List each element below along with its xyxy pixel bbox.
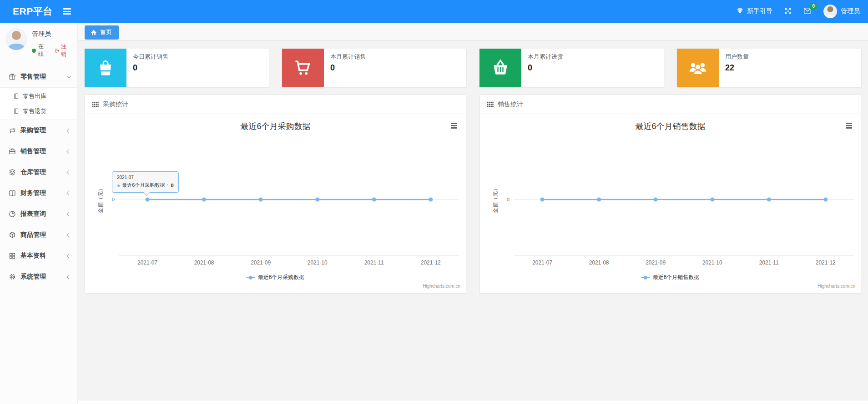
book-icon — [8, 190, 16, 197]
gem-icon — [736, 7, 744, 16]
chart-panels-row: 采购统计 最近6个月采购数据 0 金额（元） 2021-07 2021-08 2… — [85, 95, 861, 294]
legend-label: 最近6个月采购数据 — [258, 274, 305, 281]
user-menu[interactable]: 管理员 — [823, 5, 860, 18]
sidebar-item-basic-data[interactable]: 基本资料 — [0, 245, 77, 266]
line-series[interactable] — [540, 198, 828, 202]
guide-label: 新手引导 — [747, 7, 772, 15]
sales-stats-panel: 销售统计 最近6个月销售数据 0 金额（元） 2021-07 2021-08 2… — [479, 95, 861, 294]
card-user-count[interactable]: 用户数量 22 — [677, 49, 861, 87]
chevron-left-icon — [67, 212, 71, 216]
x-tick-label: 2021-08 — [194, 259, 214, 266]
gift-icon — [8, 73, 16, 80]
x-tick-label: 2021-10 — [308, 259, 328, 266]
shopping-bag-icon — [85, 49, 126, 87]
file-icon — [13, 93, 19, 99]
x-tick-label: 2021-09 — [251, 259, 271, 266]
x-tick-label: 2021-11 — [759, 259, 779, 266]
sidebar-item-label: 零售出库 — [23, 92, 46, 100]
shopping-basket-icon — [479, 49, 521, 87]
purchase-stats-panel: 采购统计 最近6个月采购数据 0 金额（元） 2021-07 2021-08 2… — [85, 95, 466, 294]
x-tick-label: 2021-07 — [137, 259, 157, 266]
x-tick-label: 2021-10 — [702, 259, 722, 266]
gear-icon — [8, 273, 16, 280]
tooltip-bullet-icon: ● — [117, 182, 120, 189]
footer-divider — [78, 400, 868, 404]
card-month-sales[interactable]: 本月累计销售 0 — [282, 49, 466, 87]
sidebar-item-retail-return[interactable]: 零售退货 — [0, 104, 77, 119]
sales-chart: 最近6个月销售数据 0 金额（元） 2021-07 2021-08 2021-0… — [480, 114, 861, 293]
chevron-left-icon — [67, 233, 71, 237]
sidebar-user-block: 管理员 在线 注销 — [0, 23, 77, 65]
chevron-left-icon — [67, 254, 71, 258]
panel-title: 采购统计 — [103, 100, 128, 109]
y-axis-title: 金额（元） — [492, 186, 499, 214]
repeat-icon — [8, 127, 16, 134]
sidebar-username: 管理员 — [32, 30, 71, 38]
chevron-left-icon — [67, 170, 71, 175]
home-icon — [91, 30, 97, 35]
stat-cards-row: 今日累计销售 0 本月累计销售 0 — [85, 49, 861, 87]
chevron-down-icon — [67, 74, 71, 79]
legend-item[interactable]: 最近6个月销售数据 — [480, 274, 861, 281]
messages-button[interactable]: 0 — [803, 7, 812, 15]
shopping-cart-icon — [282, 49, 324, 87]
sidebar-item-label: 商品管理 — [20, 231, 46, 239]
sidebar-item-sales[interactable]: 销售管理 — [0, 141, 77, 162]
sidebar-item-label: 报表查询 — [20, 210, 46, 218]
sidebar: 管理员 在线 注销 零售管理 — [0, 23, 77, 404]
highcharts-credits-link[interactable]: Highcharts.com.cn — [423, 284, 460, 289]
logout-link[interactable]: 注销 — [55, 43, 71, 58]
sidebar-toggle-icon[interactable] — [63, 8, 71, 15]
sidebar-item-system[interactable]: 系统管理 — [0, 266, 77, 287]
line-series[interactable] — [146, 198, 433, 202]
card-month-purchase[interactable]: 本月累计进货 0 — [479, 49, 664, 87]
y-axis-title: 金额（元） — [97, 186, 104, 214]
card-today-sales[interactable]: 今日累计销售 0 — [85, 49, 269, 87]
legend-marker-icon — [247, 277, 255, 278]
y-tick-label: 0 — [507, 197, 510, 202]
online-status-label: 在线 — [38, 43, 49, 58]
chevron-left-icon — [67, 191, 71, 195]
sidebar-item-finance[interactable]: 财务管理 — [0, 183, 77, 204]
card-title: 今日累计销售 — [133, 53, 168, 61]
top-navbar: ERP平台 新手引导 — [0, 0, 868, 23]
sidebar-item-purchase[interactable]: 采购管理 — [0, 120, 77, 141]
avatar[interactable] — [5, 28, 27, 50]
sidebar-item-retail-outbound[interactable]: 零售出库 — [0, 89, 77, 104]
legend-item[interactable]: 最近6个月采购数据 — [85, 274, 466, 281]
retail-submenu: 零售出库 零售退货 — [0, 87, 77, 120]
x-tick-label: 2021-11 — [364, 259, 384, 266]
avatar — [823, 5, 837, 18]
tab-home[interactable]: 首页 — [85, 25, 119, 40]
fullscreen-button[interactable] — [784, 7, 792, 16]
logout-icon — [55, 48, 59, 53]
highcharts-credits-link[interactable]: Highcharts.com.cn — [818, 284, 855, 289]
message-count-badge: 0 — [810, 3, 817, 10]
x-tick-label: 2021-12 — [816, 259, 836, 266]
sidebar-menu: 零售管理 零售出库 零售退货 — [0, 66, 77, 287]
box-icon — [8, 231, 16, 239]
breadcrumb: 首页 — [78, 23, 868, 41]
layers-icon — [8, 169, 16, 176]
card-value: 22 — [725, 63, 749, 73]
sidebar-item-label: 仓库管理 — [20, 168, 46, 176]
online-status-dot — [32, 49, 36, 53]
legend-marker-icon — [641, 277, 650, 278]
sidebar-item-warehouse[interactable]: 仓库管理 — [0, 162, 77, 183]
x-tick-label: 2021-07 — [532, 259, 552, 266]
sidebar-item-reports[interactable]: 报表查询 — [0, 204, 77, 224]
y-tick-label: 0 — [112, 197, 115, 202]
sidebar-item-retail[interactable]: 零售管理 — [0, 66, 77, 87]
sidebar-item-label: 零售管理 — [20, 73, 46, 81]
grid-icon — [8, 252, 16, 259]
card-value: 0 — [330, 63, 366, 73]
navbar-username: 管理员 — [841, 7, 860, 15]
card-value: 0 — [528, 63, 563, 73]
sidebar-item-label: 基本资料 — [20, 252, 46, 260]
sidebar-item-label: 零售退货 — [23, 107, 46, 115]
chart-tooltip: 2021-07 ● 最近6个月采购数据: 0 — [112, 171, 179, 193]
sidebar-item-products[interactable]: 商品管理 — [0, 224, 77, 245]
guide-link[interactable]: 新手引导 — [736, 7, 772, 16]
x-tick-label: 2021-09 — [646, 259, 666, 266]
app-brand: ERP平台 — [13, 5, 53, 18]
